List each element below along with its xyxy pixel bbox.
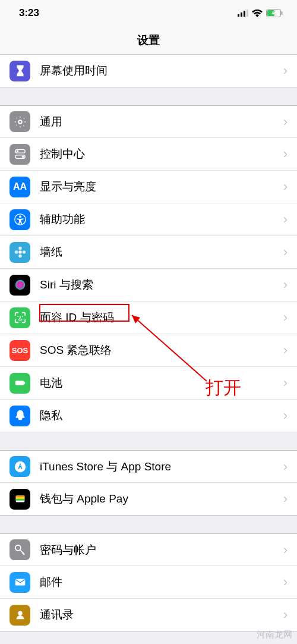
status-time: 3:23	[19, 7, 39, 19]
svg-point-16	[18, 255, 22, 258]
nav-bar: 设置	[0, 26, 297, 55]
svg-rect-30	[15, 579, 25, 586]
settings-row-siri[interactable]: Siri 与搜索›	[0, 269, 297, 301]
chevron-right-icon: ›	[283, 114, 287, 130]
row-label: 电池	[40, 375, 279, 391]
faceid-icon	[10, 307, 30, 328]
svg-point-20	[17, 316, 18, 317]
svg-rect-26	[15, 496, 24, 498]
chevron-right-icon: ›	[283, 375, 287, 391]
row-label: 面容 ID 与密码	[40, 310, 279, 325]
row-label: iTunes Store 与 App Store	[40, 459, 279, 475]
wallet-icon	[10, 489, 30, 510]
settings-row-screentime[interactable]: 屏幕使用时间›	[0, 55, 297, 87]
settings-row-general[interactable]: 通用›	[0, 105, 297, 138]
hand-icon	[10, 406, 30, 426]
contacts-icon	[10, 605, 30, 626]
row-label: 辅助功能	[40, 212, 279, 227]
settings-group: 通用›控制中心›AA显示与亮度›辅助功能›墙纸›Siri 与搜索›面容 ID 与…	[0, 105, 297, 432]
svg-point-17	[14, 250, 18, 254]
appstore-icon	[10, 456, 30, 477]
row-label: 控制中心	[40, 146, 279, 162]
settings-row-faceid[interactable]: 面容 ID 与密码›	[0, 301, 297, 334]
siri-icon	[10, 275, 30, 296]
svg-rect-1	[241, 12, 242, 17]
settings-row-wallet[interactable]: 钱包与 Apple Pay›	[0, 483, 297, 516]
svg-point-14	[18, 250, 22, 254]
sos-icon: SOS	[10, 340, 30, 361]
svg-rect-2	[244, 11, 245, 17]
svg-point-15	[18, 247, 22, 250]
key-icon	[10, 539, 30, 560]
svg-point-19	[15, 280, 25, 290]
page-title: 设置	[137, 33, 160, 48]
chevron-right-icon: ›	[283, 459, 287, 475]
svg-point-7	[18, 120, 22, 124]
svg-rect-22	[15, 381, 24, 385]
svg-rect-23	[24, 382, 25, 384]
chevron-right-icon: ›	[283, 63, 287, 78]
settings-row-mail[interactable]: 邮件›	[0, 566, 297, 599]
svg-point-18	[22, 250, 25, 254]
chevron-right-icon: ›	[283, 574, 287, 590]
settings-row-privacy[interactable]: 隐私›	[0, 400, 297, 432]
svg-point-31	[18, 611, 22, 615]
settings-row-battery[interactable]: 电池›	[0, 367, 297, 400]
chevron-right-icon: ›	[283, 277, 287, 293]
settings-group: 屏幕使用时间›	[0, 55, 297, 87]
gear-icon	[10, 111, 30, 132]
row-label: 显示与亮度	[40, 179, 279, 194]
battery-icon	[10, 373, 30, 394]
svg-point-11	[21, 156, 24, 158]
cellular-icon	[238, 10, 248, 17]
row-label: 隐私	[40, 408, 279, 423]
svg-point-21	[21, 316, 23, 317]
chevron-right-icon: ›	[283, 542, 287, 558]
status-icons	[238, 9, 283, 17]
settings-row-display[interactable]: AA显示与亮度›	[0, 171, 297, 203]
row-label: 钱包与 Apple Pay	[40, 491, 279, 507]
svg-rect-0	[238, 14, 239, 17]
switches-icon	[10, 144, 30, 165]
chevron-right-icon: ›	[283, 212, 287, 227]
chevron-right-icon: ›	[283, 408, 287, 423]
svg-rect-27	[15, 497, 24, 499]
chevron-right-icon: ›	[283, 244, 287, 260]
settings-row-accessibility[interactable]: 辅助功能›	[0, 203, 297, 236]
wifi-icon	[252, 10, 263, 17]
flower-icon	[10, 242, 30, 263]
chevron-right-icon: ›	[283, 491, 287, 507]
row-label: 密码与帐户	[40, 542, 279, 558]
svg-rect-3	[247, 10, 248, 17]
row-label: SOS 紧急联络	[40, 343, 279, 358]
svg-point-13	[19, 216, 21, 218]
settings-row-wallpaper[interactable]: 墙纸›	[0, 236, 297, 269]
settings-group: 密码与帐户›邮件›通讯录›	[0, 533, 297, 632]
row-label: 墙纸	[40, 244, 279, 260]
row-label: 屏幕使用时间	[40, 63, 279, 78]
watermark: 河南龙网	[257, 629, 292, 640]
chevron-right-icon: ›	[283, 343, 287, 358]
svg-rect-6	[282, 11, 283, 15]
row-label: 通讯录	[40, 607, 279, 623]
row-label: Siri 与搜索	[40, 277, 279, 293]
svg-rect-28	[15, 499, 24, 501]
row-label: 邮件	[40, 574, 279, 590]
status-bar: 3:23	[0, 0, 297, 26]
chevron-right-icon: ›	[283, 146, 287, 162]
chevron-right-icon: ›	[283, 179, 287, 194]
settings-row-control[interactable]: 控制中心›	[0, 138, 297, 171]
mail-icon	[10, 572, 30, 593]
row-label: 通用	[40, 114, 279, 130]
settings-group: iTunes Store 与 App Store›钱包与 Apple Pay›	[0, 450, 297, 516]
chevron-right-icon: ›	[283, 310, 287, 325]
settings-row-passwords[interactable]: 密码与帐户›	[0, 533, 297, 566]
text-size-icon: AA	[10, 177, 30, 197]
settings-row-contacts[interactable]: 通讯录›	[0, 599, 297, 632]
settings-row-itunes[interactable]: iTunes Store 与 App Store›	[0, 450, 297, 483]
settings-row-sos[interactable]: SOSSOS 紧急联络›	[0, 334, 297, 367]
accessibility-icon	[10, 209, 30, 230]
hourglass-icon	[10, 61, 30, 81]
svg-point-9	[16, 150, 18, 153]
battery-icon	[266, 9, 283, 17]
